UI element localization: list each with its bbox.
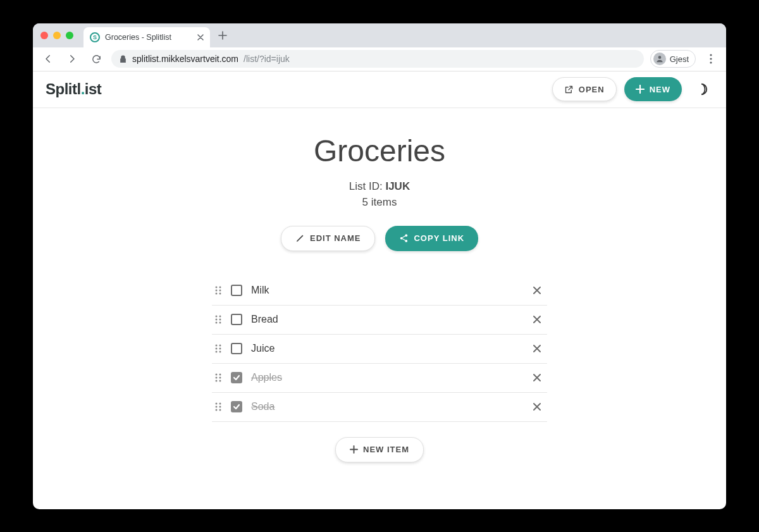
list-item: Soda [212, 393, 547, 422]
svg-point-30 [219, 380, 221, 382]
theme-toggle-button[interactable] [689, 77, 713, 101]
reload-button[interactable] [87, 50, 105, 68]
svg-point-9 [216, 290, 218, 292]
open-external-icon [564, 85, 574, 94]
item-label[interactable]: Apples [251, 372, 521, 383]
svg-point-6 [405, 240, 408, 242]
svg-point-35 [216, 409, 218, 411]
svg-point-12 [219, 293, 221, 295]
item-checkbox[interactable] [231, 401, 242, 412]
edit-name-label: EDIT NAME [310, 233, 361, 243]
delete-item-button[interactable] [529, 312, 545, 327]
svg-point-11 [216, 293, 218, 295]
svg-point-25 [216, 374, 218, 376]
list-item: Bread [212, 306, 547, 335]
svg-point-5 [400, 237, 403, 240]
svg-point-21 [216, 348, 218, 350]
svg-point-23 [216, 351, 218, 353]
svg-point-1 [710, 54, 712, 56]
tab-close-icon[interactable] [197, 34, 204, 40]
back-button[interactable] [39, 50, 57, 68]
drag-handle-icon[interactable] [214, 285, 222, 295]
delete-item-button[interactable] [529, 283, 545, 298]
drag-handle-icon[interactable] [214, 402, 222, 412]
page-content: Groceries List ID: IJUK 5 items EDIT NAM… [33, 108, 726, 509]
url-path: /list/?id=ijuk [244, 54, 290, 64]
svg-point-15 [216, 319, 218, 321]
open-button[interactable]: OPEN [552, 77, 617, 101]
svg-point-24 [219, 351, 221, 353]
svg-point-7 [216, 287, 218, 288]
avatar-icon [653, 53, 666, 65]
item-checkbox[interactable] [231, 343, 242, 354]
lock-icon [119, 55, 127, 63]
drag-handle-icon[interactable] [214, 343, 222, 354]
svg-point-33 [216, 406, 218, 408]
svg-point-8 [219, 287, 221, 288]
open-button-label: OPEN [579, 85, 605, 94]
share-icon [399, 233, 409, 243]
svg-point-26 [219, 374, 221, 376]
window-minimize-button[interactable] [53, 32, 61, 39]
new-item-button[interactable]: NEW ITEM [335, 437, 424, 462]
item-label[interactable]: Soda [251, 401, 521, 412]
svg-point-27 [216, 377, 218, 379]
browser-tab[interactable]: S Groceries - Splitlist [83, 27, 210, 47]
action-row: EDIT NAME COPY LINK [281, 226, 478, 251]
page-title: Groceries [314, 133, 445, 168]
list-item: Apples [212, 364, 547, 393]
svg-point-14 [219, 316, 221, 318]
svg-point-32 [219, 403, 221, 405]
tab-title: Groceries - Splitlist [105, 33, 192, 42]
new-tab-button[interactable] [214, 27, 231, 44]
new-item-label: NEW ITEM [363, 445, 409, 454]
svg-point-16 [219, 319, 221, 321]
svg-point-17 [216, 322, 218, 324]
item-list: MilkBreadJuiceApplesSoda [212, 276, 547, 422]
moon-icon [694, 82, 708, 96]
svg-point-20 [219, 345, 221, 347]
svg-point-36 [219, 409, 221, 411]
profile-label: Gjest [670, 54, 689, 64]
delete-item-button[interactable] [529, 341, 545, 356]
svg-point-10 [219, 290, 221, 292]
edit-name-button[interactable]: EDIT NAME [281, 226, 376, 251]
window-close-button[interactable] [40, 32, 48, 39]
copy-link-button[interactable]: COPY LINK [385, 226, 478, 251]
delete-item-button[interactable] [529, 399, 545, 414]
logo[interactable]: Splitl.ist [46, 80, 101, 98]
window-zoom-button[interactable] [66, 32, 73, 39]
svg-point-0 [658, 56, 661, 59]
window-controls [40, 32, 73, 39]
browser-menu-button[interactable] [702, 54, 720, 64]
forward-button[interactable] [63, 50, 81, 68]
svg-point-29 [216, 380, 218, 382]
item-checkbox[interactable] [231, 314, 242, 325]
svg-point-2 [710, 58, 712, 59]
svg-point-4 [405, 234, 408, 237]
profile-button[interactable]: Gjest [650, 50, 696, 68]
new-button[interactable]: NEW [624, 77, 682, 101]
item-label[interactable]: Bread [251, 314, 521, 325]
item-label[interactable]: Juice [251, 343, 521, 354]
list-item: Juice [212, 335, 547, 364]
url-host: splitlist.mikkelsvartveit.com [132, 54, 238, 64]
address-bar[interactable]: splitlist.mikkelsvartveit.com/list/?id=i… [111, 50, 644, 68]
copy-link-label: COPY LINK [414, 233, 464, 243]
item-count: 5 items [349, 194, 410, 211]
item-checkbox[interactable] [231, 372, 242, 383]
drag-handle-icon[interactable] [214, 314, 222, 325]
svg-point-31 [216, 403, 218, 405]
pencil-icon [295, 233, 305, 243]
plus-icon [350, 445, 358, 454]
item-label[interactable]: Milk [251, 285, 521, 296]
new-button-label: NEW [650, 85, 670, 94]
item-checkbox[interactable] [231, 285, 242, 296]
app-header: Splitl.ist OPEN NEW [33, 71, 726, 108]
list-item: Milk [212, 276, 547, 306]
favicon-icon: S [90, 32, 100, 42]
svg-point-18 [219, 322, 221, 324]
delete-item-button[interactable] [529, 370, 545, 385]
list-meta: List ID: IJUK 5 items [349, 178, 410, 211]
drag-handle-icon[interactable] [214, 373, 222, 383]
